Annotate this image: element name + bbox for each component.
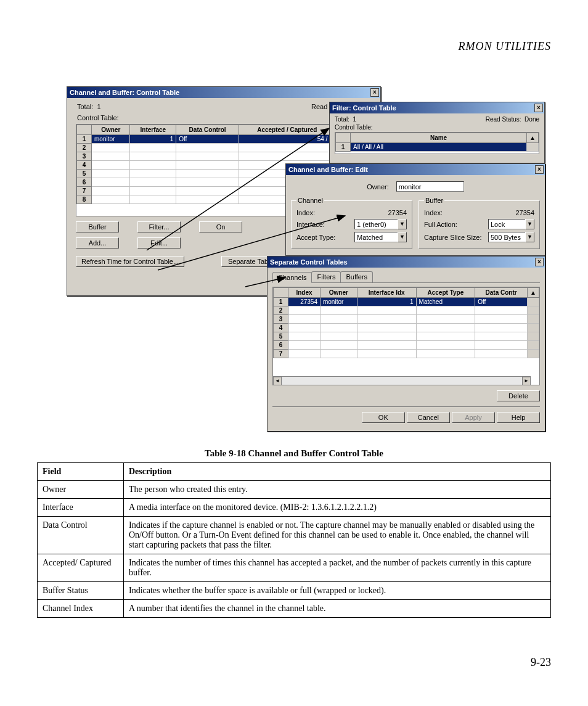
table-row[interactable]: 1 27354 monitor 1 Matched Off bbox=[274, 298, 539, 306]
scroll-left-icon: ◄ bbox=[273, 377, 282, 385]
channel-buffer-edit-dialog: Channel and Buffer: Edit × Owner: Channe… bbox=[285, 163, 545, 256]
table-row: 6 bbox=[274, 341, 539, 350]
table-caption: Table 9-18 Channel and Buffer Control Ta… bbox=[0, 448, 588, 459]
total-label: Total: bbox=[77, 103, 93, 110]
close-icon[interactable]: × bbox=[534, 104, 543, 112]
chevron-down-icon: ▼ bbox=[525, 219, 534, 229]
header-description: Description bbox=[124, 463, 551, 481]
channel-legend: Channel bbox=[296, 197, 324, 204]
cancel-button[interactable]: Cancel bbox=[407, 412, 450, 423]
separate-control-tables-dialog: Separate Control Tables × Channels Filte… bbox=[267, 256, 545, 432]
table-row: 7 bbox=[274, 350, 539, 358]
table-row: 1All / All / All bbox=[336, 143, 539, 152]
chevron-down-icon: ▼ bbox=[398, 232, 407, 242]
table-row[interactable]: 1 monitor 1 Off 54 / 0 Availat bbox=[77, 135, 371, 144]
filter-control-dialog: Filter: Control Table × Total: 1 Read St… bbox=[329, 102, 545, 163]
page-header: RMON UTILITIES bbox=[458, 40, 551, 53]
full-action-dropdown[interactable]: ▼ bbox=[488, 219, 534, 229]
owner-label: Owner: bbox=[367, 183, 388, 191]
tab-buffers[interactable]: Buffers bbox=[340, 271, 373, 282]
controltable-label: Control Table: bbox=[77, 114, 119, 121]
table-row: 3 bbox=[274, 315, 539, 324]
apply-button[interactable]: Apply bbox=[452, 412, 495, 423]
tab-channels[interactable]: Channels bbox=[272, 272, 312, 283]
table-row: 4 bbox=[274, 324, 539, 332]
close-icon[interactable]: × bbox=[535, 165, 544, 174]
tab-strip: Channels Filters Buffers bbox=[272, 271, 540, 283]
add-button[interactable]: Add... bbox=[76, 237, 119, 248]
on-button[interactable]: On bbox=[199, 221, 242, 232]
help-button[interactable]: Help bbox=[497, 412, 540, 423]
filter-button[interactable]: Filter... bbox=[137, 221, 181, 232]
slice-size-dropdown[interactable]: ▼ bbox=[488, 232, 534, 242]
ok-button[interactable]: OK bbox=[362, 412, 405, 423]
dialog-title: Separate Control Tables bbox=[270, 257, 348, 268]
horizontal-scrollbar[interactable]: ◄ ► bbox=[273, 376, 531, 385]
header-field: Field bbox=[38, 463, 124, 481]
total-value: 1 bbox=[97, 103, 100, 110]
filter-grid[interactable]: Name▲ 1All / All / All bbox=[335, 132, 539, 154]
table-row: 2 bbox=[274, 306, 539, 315]
scroll-right-icon: ► bbox=[522, 377, 531, 385]
table-row: 5 bbox=[274, 332, 539, 341]
buffer-button[interactable]: Buffer bbox=[76, 221, 119, 232]
close-icon[interactable]: × bbox=[370, 88, 379, 97]
close-icon[interactable]: × bbox=[535, 258, 544, 266]
buffer-legend: Buffer bbox=[424, 197, 444, 204]
screenshot-area: Channel and Buffer: Control Table × Tota… bbox=[67, 86, 547, 435]
dialog-title: Channel and Buffer: Control Table bbox=[70, 87, 179, 98]
dialog-title: Channel and Buffer: Edit bbox=[288, 164, 368, 175]
edit-button[interactable]: Edit... bbox=[137, 237, 181, 248]
owner-field[interactable] bbox=[396, 181, 464, 192]
table-row: 2 bbox=[77, 144, 371, 152]
chevron-down-icon: ▼ bbox=[525, 232, 534, 242]
chevron-down-icon: ▼ bbox=[398, 219, 407, 229]
refresh-button[interactable]: Refresh Time for Control Table... bbox=[76, 256, 184, 267]
table-row: 3 bbox=[77, 152, 371, 161]
separate-grid[interactable]: Index Owner Interface Idx Accept Type Da… bbox=[272, 287, 540, 385]
accept-type-dropdown[interactable]: ▼ bbox=[354, 232, 407, 242]
tab-filters[interactable]: Filters bbox=[311, 271, 341, 282]
documentation-table: Field Description OwnerThe person who cr… bbox=[37, 462, 551, 618]
interface-dropdown[interactable]: ▼ bbox=[354, 219, 407, 229]
delete-button[interactable]: Delete bbox=[497, 390, 540, 401]
dialog-title: Filter: Control Table bbox=[332, 102, 396, 113]
page-number: 9-23 bbox=[531, 656, 551, 669]
